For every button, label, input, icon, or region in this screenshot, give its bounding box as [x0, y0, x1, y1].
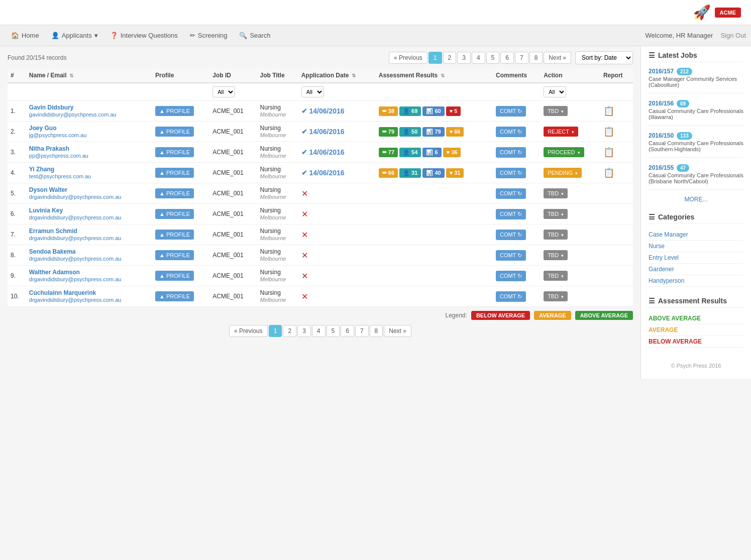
applicant-email[interactable]: drgavindidsbury@psychpress.com.au — [29, 214, 122, 220]
profile-button[interactable]: ▲ PROFILE — [155, 291, 194, 301]
action-button[interactable]: TBD ▾ — [544, 209, 568, 219]
profile-button[interactable]: ▲ PROFILE — [155, 209, 194, 219]
nav-interview-questions[interactable]: ❓ Interview Questions — [104, 27, 184, 44]
signout-button[interactable]: Sign Out — [720, 32, 746, 39]
comt-button[interactable]: COMT ↻ — [496, 147, 526, 158]
sidebar-category-link[interactable]: Case Manager — [649, 229, 743, 241]
profile-button[interactable]: ▲ PROFILE — [155, 188, 194, 198]
profile-button[interactable]: ▲ PROFILE — [155, 127, 194, 137]
action-button[interactable]: TBD ▾ — [544, 230, 568, 240]
filter-jobid[interactable]: All — [212, 86, 235, 97]
action-button[interactable]: TBD ▾ — [544, 291, 568, 301]
action-button[interactable]: TBD ▾ — [544, 250, 568, 260]
page-4-bottom[interactable]: 4 — [312, 325, 326, 337]
profile-button[interactable]: ▲ PROFILE — [155, 250, 194, 260]
sidebar-job-link[interactable]: 2016/157212 — [649, 68, 692, 75]
comt-button[interactable]: COMT ↻ — [496, 106, 526, 117]
page-7-bottom[interactable]: 7 — [355, 325, 369, 337]
page-2-top[interactable]: 2 — [443, 52, 457, 64]
col-name[interactable]: Name / Email ⇅ — [26, 68, 152, 83]
applicant-name[interactable]: Erramun Schmid — [29, 228, 149, 235]
applicant-name[interactable]: Dyson Walter — [29, 186, 149, 193]
sort-select[interactable]: Sort by: Date Sort by: Name — [575, 51, 633, 64]
comt-button[interactable]: COMT ↻ — [496, 291, 526, 302]
nav-applicants[interactable]: 👤 Applicants ▾ — [45, 27, 104, 44]
page-3-bottom[interactable]: 3 — [297, 325, 311, 337]
page-5-bottom[interactable]: 5 — [327, 325, 340, 337]
profile-button[interactable]: ▲ PROFILE — [155, 168, 194, 178]
sidebar-job-link[interactable]: 2016/150133 — [649, 132, 692, 139]
nav-search[interactable]: 🔍 Search — [233, 27, 276, 44]
applicant-email[interactable]: pp@psychpress.com.au — [29, 153, 88, 159]
applicant-email[interactable]: drgavindidsbury@psychpress.com.au — [29, 297, 122, 303]
filter-appdate[interactable]: All — [301, 86, 324, 97]
applicant-email[interactable]: gavindidsbury@psychpress.com.au — [29, 111, 117, 118]
top-pagination: « Previous 1 2 3 4 5 6 7 8 Next » — [389, 52, 571, 64]
report-icon[interactable]: 📋 — [603, 106, 614, 116]
applicant-email[interactable]: jg@psychpress.com.au — [29, 132, 87, 138]
action-button[interactable]: PROCEED ▾ — [544, 147, 584, 157]
page-8-bottom[interactable]: 8 — [370, 325, 383, 337]
sidebar-job-link[interactable]: 2016/15669 — [649, 100, 689, 107]
page-1-top[interactable]: 1 — [428, 52, 442, 64]
applicant-name[interactable]: Yi Zhang — [29, 166, 149, 173]
page-2-bottom[interactable]: 2 — [283, 325, 296, 337]
action-button[interactable]: TBD ▾ — [544, 106, 568, 116]
applicant-name[interactable]: Cúchulainn Marquerink — [29, 289, 149, 296]
next-button-bottom[interactable]: Next » — [384, 325, 411, 337]
applicant-email[interactable]: drgavindidsbury@psychpress.com.au — [29, 235, 122, 241]
sidebar-job-link[interactable]: 2016/15547 — [649, 164, 689, 171]
sidebar-category-link[interactable]: Handyperson — [649, 275, 743, 287]
action-button[interactable]: PENDING ▾ — [544, 168, 582, 178]
next-button-top[interactable]: Next » — [544, 52, 571, 64]
profile-button[interactable]: ▲ PROFILE — [155, 106, 194, 116]
applicant-name[interactable]: Luvinia Key — [29, 207, 149, 214]
page-5-top[interactable]: 5 — [486, 52, 500, 64]
action-button[interactable]: TBD ▾ — [544, 188, 568, 198]
sidebar-category-link[interactable]: Gardener — [649, 264, 743, 275]
report-icon[interactable]: 📋 — [603, 168, 614, 178]
page-8-top[interactable]: 8 — [529, 52, 543, 64]
prev-button-bottom[interactable]: « Previous — [229, 325, 268, 337]
comt-button[interactable]: COMT ↻ — [496, 230, 526, 240]
action-button[interactable]: REJECT ▾ — [544, 127, 578, 137]
applicant-name[interactable]: Nitha Prakash — [29, 145, 149, 152]
row-report: 📋 — [600, 142, 633, 163]
comt-button[interactable]: COMT ↻ — [496, 250, 526, 261]
comt-button[interactable]: COMT ↻ — [496, 188, 526, 199]
applicant-name[interactable]: Joey Guo — [29, 125, 149, 132]
comt-button[interactable]: COMT ↻ — [496, 127, 526, 137]
applicant-email[interactable]: drgavindidsbury@psychpress.com.au — [29, 256, 122, 262]
profile-button[interactable]: ▲ PROFILE — [155, 230, 194, 240]
page-1-bottom[interactable]: 1 — [269, 325, 282, 337]
assessment-badge: 📊 40 — [422, 168, 444, 178]
page-7-top[interactable]: 7 — [515, 52, 528, 64]
filter-action[interactable]: All — [544, 86, 566, 97]
nav-home[interactable]: 🏠 Home — [5, 27, 45, 44]
page-4-top[interactable]: 4 — [472, 52, 485, 64]
col-assessment[interactable]: Assessment Results ⇅ — [376, 68, 493, 83]
applicant-name[interactable]: Walther Adamson — [29, 269, 149, 276]
report-icon[interactable]: 📋 — [603, 127, 614, 137]
prev-button-top[interactable]: « Previous — [389, 52, 427, 64]
sidebar-category-link[interactable]: Nurse — [649, 241, 743, 252]
page-3-top[interactable]: 3 — [457, 52, 471, 64]
action-button[interactable]: TBD ▾ — [544, 271, 568, 281]
comt-button[interactable]: COMT ↻ — [496, 168, 526, 178]
page-6-top[interactable]: 6 — [500, 52, 514, 64]
profile-button[interactable]: ▲ PROFILE — [155, 271, 194, 281]
applicant-email[interactable]: test@psychpress.com.au — [29, 173, 91, 179]
more-jobs-link[interactable]: MORE... — [649, 196, 743, 203]
nav-screening[interactable]: ✏ Screening — [184, 27, 234, 44]
applicant-email[interactable]: drgavindidsbury@psychpress.com.au — [29, 194, 122, 200]
sidebar-category-link[interactable]: Entry Level — [649, 252, 743, 264]
comt-button[interactable]: COMT ↻ — [496, 271, 526, 281]
col-appdate[interactable]: Application Date ⇅ — [298, 68, 376, 83]
comt-button[interactable]: COMT ↻ — [496, 209, 526, 219]
report-icon[interactable]: 📋 — [603, 147, 614, 157]
page-6-bottom[interactable]: 6 — [341, 325, 354, 337]
applicant-name[interactable]: Gavin Didsbury — [29, 104, 149, 111]
profile-button[interactable]: ▲ PROFILE — [155, 147, 194, 157]
applicant-email[interactable]: drgavindidsbury@psychpress.com.au — [29, 276, 122, 282]
applicant-name[interactable]: Sendoa Bakema — [29, 248, 149, 255]
